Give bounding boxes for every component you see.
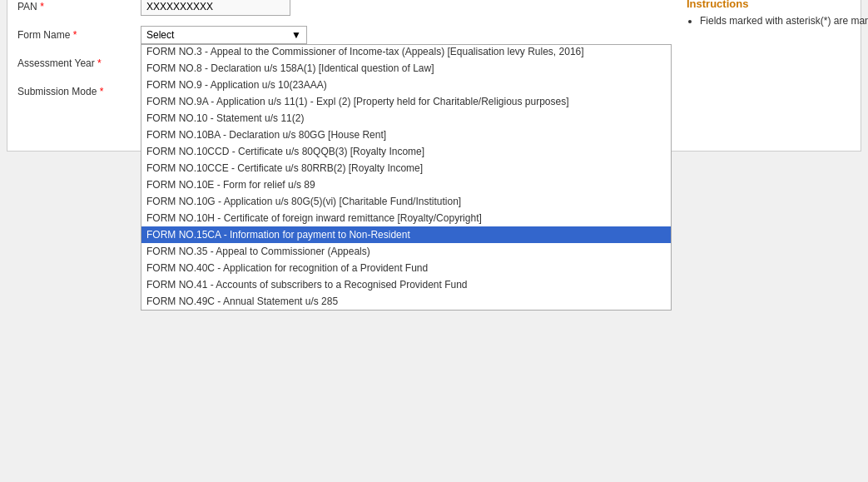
form-name-dropdown-header[interactable]: Select ▼ [141,26,307,44]
instructions-text: Fields marked with asterisk(*) are manda… [687,15,868,27]
assessment-year-label: Assessment Year * [17,54,134,69]
dropdown-list-item[interactable]: FORM NO.41 - Accounts of subscribers to … [141,276,671,293]
dropdown-list-item[interactable]: FORM NO.9 - Application u/s 10(23AAA) [141,77,671,93]
dropdown-list-item[interactable]: FORM NO.10H - Certificate of foreign inw… [141,210,671,226]
form-name-selected-value: Select [146,29,174,41]
main-content: Income Tax Forms PAN * Form Name * [7,0,861,152]
assessment-required: * [97,57,102,69]
dropdown-list-item[interactable]: FORM NO.10BA - Declaration u/s 80GG [Hou… [141,127,671,143]
dropdown-list-item[interactable]: FORM NO.8 - Declaration u/s 158A(1) [Ide… [141,60,671,77]
dropdown-list-item[interactable]: FORM NO.40C - Application for recognitio… [141,260,671,276]
dropdown-list-item[interactable]: FORM NO.3 - Appeal to the Commissioner o… [141,44,671,60]
instruction-item-1: Fields marked with asterisk(*) are manda… [700,15,868,27]
pan-row: PAN * [17,0,673,16]
form-name-dropdown-container: Select ▼ SelectFORM NO.1 - Statement of … [141,26,673,44]
dropdown-list-item[interactable]: FORM NO.35 - Appeal to Commissioner (App… [141,243,671,260]
dropdown-list-item[interactable]: FORM NO.9A - Application u/s 11(1) - Exp… [141,93,671,110]
form-name-row: Form Name * Select ▼ SelectFORM NO.1 - S… [17,26,673,44]
submission-required: * [100,86,104,97]
form-name-dropdown-list[interactable]: SelectFORM NO.1 - Statement of Specified… [141,44,672,311]
pan-input[interactable] [141,0,290,16]
dropdown-list-item[interactable]: FORM NO.10E - Form for relief u/s 89 [141,176,671,193]
form-left: PAN * Form Name * Select ▼ [17,0,673,141]
instructions-box: Instructions Fields marked with asterisk… [687,0,868,141]
dropdown-arrow-icon: ▼ [291,29,301,41]
form-area: PAN * Form Name * Select ▼ [17,0,851,141]
form-name-required: * [73,29,77,41]
dropdown-list-item[interactable]: FORM NO.10CCD - Certificate u/s 80QQB(3)… [141,143,671,160]
dropdown-list-item[interactable]: FORM NO.15CA - Information for payment t… [141,226,671,243]
dropdown-list-item[interactable]: FORM NO.49C - Annual Statement u/s 285 [141,293,671,310]
submission-mode-label: Submission Mode * [17,82,134,97]
dropdown-list-item[interactable]: FORM NO.10G - Application u/s 80G(5)(vi)… [141,193,671,210]
form-name-label: Form Name * [17,26,134,41]
pan-required: * [40,1,44,12]
pan-label: PAN * [17,0,134,12]
dropdown-list-item[interactable]: FORM NO.10 - Statement u/s 11(2) [141,110,671,127]
dropdown-list-item[interactable]: FORM NO.10CCE - Certificate u/s 80RRB(2)… [141,160,671,176]
instructions-title: Instructions [687,0,868,10]
